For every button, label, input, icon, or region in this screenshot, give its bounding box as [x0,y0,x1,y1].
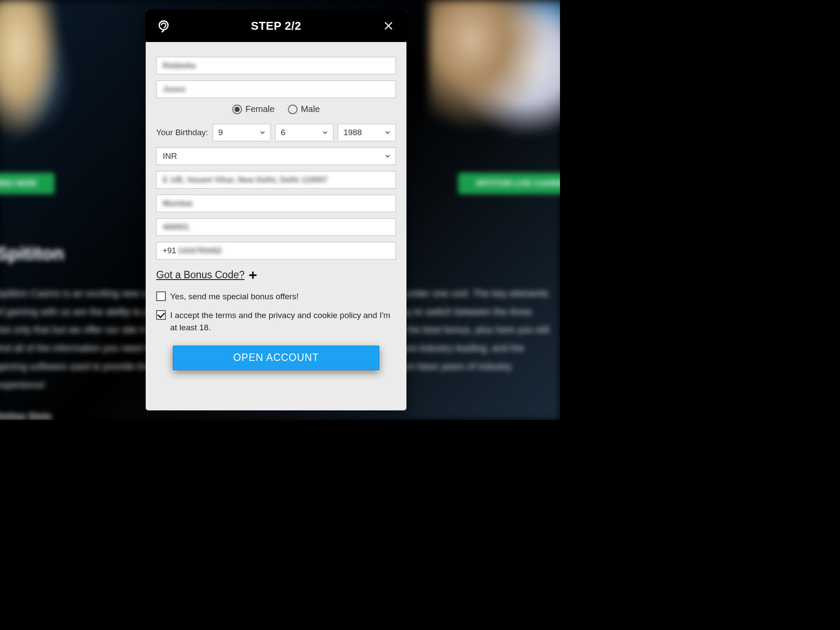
birthday-year-value: 1988 [343,128,362,137]
close-icon [384,21,393,31]
first-name-input[interactable]: Rebbeka [156,57,396,74]
modal-title: STEP 2/2 [251,19,301,33]
support-icon [157,19,170,32]
open-account-button[interactable]: OPEN ACCOUNT [173,346,379,370]
bg-btn-live: SPITITON LIVE CASINO [458,173,560,194]
last-name-value: Jones [163,85,186,94]
last-name-input[interactable]: Jones [156,80,396,98]
gender-female-radio[interactable]: Female [232,104,275,114]
terms-label: I accept the terms and the privacy and c… [170,309,396,334]
birthday-year-select[interactable]: 1988 [338,124,396,141]
birthday-day-select[interactable]: 9 [213,124,271,141]
phone-prefix: +91 [163,246,176,256]
gender-row: Female Male [156,104,396,114]
currency-select[interactable]: INR [156,147,396,165]
special-offers-row: Yes, send me special bonus offers! [156,290,396,303]
gender-male-radio[interactable]: Male [288,104,320,114]
special-offers-label: Yes, send me special bonus offers! [170,290,299,303]
postal-value: 400001 [163,223,189,232]
birthday-month-value: 6 [281,128,286,137]
background-art-left [0,0,70,158]
modal-header: STEP 2/2 [146,10,406,42]
chevron-down-icon [384,129,391,136]
address-value: E 1/B, Vasant Vihar, New Delhi, Delhi 11… [163,175,328,185]
terms-row: I accept the terms and the privacy and c… [156,309,396,334]
special-offers-checkbox[interactable] [156,291,166,301]
phone-input[interactable]: +91 1416783452 [156,242,396,259]
registration-modal: STEP 2/2 Rebbeka Jones Female Male Your … [146,10,406,410]
birthday-day-value: 9 [218,128,223,137]
close-button[interactable] [382,19,395,32]
birthday-month-select[interactable]: 6 [275,124,333,141]
birthday-label: Your Birthday: [156,128,208,137]
chevron-down-icon [322,129,329,136]
postal-input[interactable]: 400001 [156,218,396,236]
radio-icon [232,105,242,114]
radio-icon [288,105,298,114]
currency-value: INR [163,151,177,161]
plus-icon [248,270,258,280]
gender-male-label: Male [301,104,320,114]
modal-body: Rebbeka Jones Female Male Your Birthday:… [146,42,406,381]
chevron-down-icon [259,129,266,136]
address-input[interactable]: E 1/B, Vasant Vihar, New Delhi, Delhi 11… [156,171,396,189]
first-name-value: Rebbeka [163,61,196,70]
bg-btn-casino: CASINO HERE [0,173,55,194]
bonus-code-label: Got a Bonus Code? [156,269,245,281]
bonus-code-link[interactable]: Got a Bonus Code? [156,269,396,281]
phone-number: 1416783452 [178,246,222,256]
city-value: Mumbai [163,199,192,208]
city-input[interactable]: Mumbai [156,195,396,212]
gender-female-label: Female [245,104,275,114]
terms-checkbox[interactable] [156,310,166,320]
birthday-row: Your Birthday: 9 6 1988 [156,124,396,141]
background-art-right [429,0,560,158]
chevron-down-icon [384,153,391,160]
